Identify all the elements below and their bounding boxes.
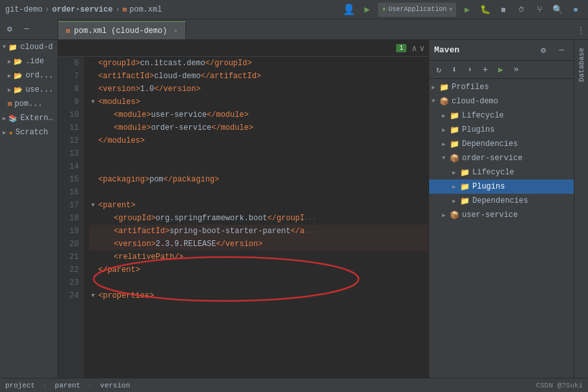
tree-arrow-user-service: ▶ — [442, 212, 450, 219]
breadcrumb-part3[interactable]: pom.xml — [129, 5, 162, 14]
code-line-13 — [89, 147, 428, 160]
fold-placeholder-23 — [89, 276, 97, 289]
code-line-20: <version>2.3.9.RELEASE</version> — [89, 238, 428, 251]
tree-item-dependencies-os[interactable]: ▶ 📁 Dependencies — [429, 194, 574, 208]
libs-icon: 📚 — [8, 114, 17, 123]
tree-item-lifecycle[interactable]: ▶ 📁 Lifecycle — [429, 108, 574, 123]
fold-placeholder-11 — [89, 121, 97, 134]
coverage-icon[interactable]: ▦ — [496, 3, 510, 17]
collapse-sidebar-icon[interactable]: — — [19, 22, 34, 36]
tree-label-lifecycle: Lifecycle — [462, 111, 504, 120]
vcs-icon[interactable]: ⑂ — [532, 3, 547, 17]
tree-item-plugins[interactable]: ▶ 📁 Plugins — [429, 123, 574, 137]
maven-refresh-btn[interactable]: ↻ — [432, 63, 446, 77]
code-line-23 — [89, 276, 428, 289]
run-icon[interactable]: ▶ — [360, 3, 374, 17]
tab-close-button[interactable]: ✕ — [174, 27, 178, 35]
code-lines[interactable]: <groupId>cn.itcast.demo</groupId> <artif… — [84, 57, 428, 378]
maven-collapse-icon[interactable]: — — [554, 43, 569, 57]
main-area: ▼ 📁 cloud-d ▶ 📂 .ide ▶ 📂 ord... ▶ 📂 use.… — [0, 40, 588, 378]
settings-gear-icon[interactable]: ⚙ — [3, 22, 17, 36]
ln-7: 7 — [58, 70, 79, 83]
settings-icon[interactable]: ● — [569, 3, 583, 17]
maven-download2-btn[interactable]: ⬇ — [463, 63, 477, 77]
code-line-10: <module>user-service</module> — [89, 108, 428, 121]
debug-run-btn[interactable]: ▶ — [460, 3, 474, 17]
sidebar-item-use[interactable]: ▶ 📂 use... — [0, 83, 58, 97]
status-project: project — [5, 382, 35, 389]
ln-14: 14 — [58, 160, 79, 173]
expand-icon[interactable]: ∧ — [412, 43, 417, 54]
code-line-6: <groupId>cn.itcast.demo</groupId> — [89, 57, 428, 70]
tab-menu-button[interactable]: ⋮ — [574, 21, 588, 39]
fold-placeholder-15 — [89, 173, 97, 186]
fold-arrow-9[interactable]: ▼ — [89, 96, 97, 108]
database-tab-label[interactable]: Database — [576, 45, 587, 85]
sidebar-arrow-use: ▶ — [8, 87, 11, 94]
tree-item-user-service[interactable]: ▶ 📦 user-service — [429, 208, 574, 222]
sidebar-item-ord[interactable]: ▶ 📂 ord... — [0, 68, 58, 83]
sidebar-label-cloud-d: cloud-d — [20, 43, 52, 52]
maven-more-btn[interactable]: » — [509, 63, 523, 77]
code-line-9: ▼ <modules> — [89, 96, 428, 108]
tab-file-icon: m — [66, 27, 70, 35]
fold-arrow-17[interactable]: ▼ — [89, 199, 97, 212]
fold-placeholder-10 — [89, 108, 97, 121]
breadcrumb-sep1: › — [45, 5, 50, 14]
maven-tree: ▶ 📁 Profiles ▼ 📦 cloud-demo ▶ 📁 Lifecycl… — [429, 79, 574, 378]
collapse-icon[interactable]: ∨ — [419, 43, 425, 54]
sidebar-item-pom[interactable]: m pom... — [0, 97, 58, 111]
app-selector[interactable]: ● UserApplication ▼ — [378, 3, 456, 17]
code-line-18: <groupId>org.springframework.boot</group… — [89, 212, 428, 225]
tree-item-profiles[interactable]: ▶ 📁 Profiles — [429, 80, 574, 94]
status-bar: project › parent › version CSDN @?Suki — [0, 378, 588, 392]
status-version: version — [100, 382, 130, 389]
tree-item-cloud-demo[interactable]: ▼ 📦 cloud-demo — [429, 94, 574, 108]
code-line-7: <artifactId>cloud-demo</artifactId> — [89, 70, 428, 83]
sidebar-label-extern: Extern... — [20, 114, 55, 123]
tab-bar: ⚙ — m pom.xml (cloud-demo) ✕ ⋮ — [0, 19, 588, 40]
ln-11: 11 — [58, 121, 79, 134]
bug-icon[interactable]: 🐛 — [478, 3, 492, 17]
profile-icon[interactable]: ⏱ — [514, 3, 529, 17]
tree-item-order-service[interactable]: ▼ 📦 order-service — [429, 151, 574, 165]
left-sidebar: ▼ 📁 cloud-d ▶ 📂 .ide ▶ 📂 ord... ▶ 📂 use.… — [0, 40, 58, 378]
breadcrumb-part2[interactable]: order-service — [52, 5, 113, 14]
sidebar-arrow-scratch: ▶ — [3, 129, 6, 136]
sidebar-label-ide: .ide — [25, 57, 44, 66]
fold-placeholder-16 — [89, 186, 97, 199]
sidebar-item-cloud-d[interactable]: ▼ 📁 cloud-d — [0, 40, 58, 54]
fold-placeholder-21 — [89, 251, 97, 263]
sidebar-label-scratch: Scratch — [16, 128, 48, 137]
maven-download-btn[interactable]: ⬇ — [447, 63, 461, 77]
sidebar-arrow-ord: ▶ — [8, 72, 11, 79]
pom-tab[interactable]: m pom.xml (cloud-demo) ✕ — [58, 21, 186, 39]
maven-settings-icon[interactable]: ⚙ — [536, 43, 551, 57]
folder-icon-dep-os: 📁 — [460, 196, 470, 206]
ln-12: 12 — [58, 134, 79, 147]
folder-icon-dep-cd: 📁 — [450, 139, 459, 149]
sidebar-label-ord: ord... — [25, 71, 53, 80]
maven-run-btn[interactable]: ▶ — [494, 63, 508, 77]
tree-item-dependencies-cd[interactable]: ▶ 📁 Dependencies — [429, 137, 574, 151]
tree-label-profiles: Profiles — [452, 83, 489, 92]
maven-panel: Maven ⚙ — ↻ ⬇ ⬇ + ▶ » ▶ 📁 Profiles ▼ 📦 c… — [428, 40, 574, 378]
maven-add-btn[interactable]: + — [478, 63, 492, 77]
search-icon[interactable]: 🔍 — [551, 3, 565, 17]
sidebar-label-pom: pom... — [15, 99, 43, 108]
tree-item-lifecycle-os[interactable]: ▶ 📁 Lifecycle — [429, 165, 574, 180]
sidebar-item-extern[interactable]: ▶ 📚 Extern... — [0, 111, 58, 125]
breadcrumb-part1[interactable]: git-demo — [5, 5, 43, 14]
folder-icon-plugins-os: 📁 — [460, 182, 470, 192]
tree-item-plugins-os[interactable]: ▶ 📁 Plugins — [429, 180, 574, 194]
tree-arrow-order-service: ▼ — [442, 155, 450, 161]
fold-placeholder-8 — [89, 83, 97, 96]
sidebar-item-scratch[interactable]: ▶ ✦ Scratch — [0, 125, 58, 139]
code-line-21: <relativePath/> — [89, 251, 428, 263]
folder-ide-icon: 📂 — [14, 57, 23, 66]
ln-15: 15 — [58, 173, 79, 186]
sidebar-item-ide[interactable]: ▶ 📂 .ide — [0, 54, 58, 68]
code-line-24: ▼ <properties> — [89, 289, 428, 302]
user-icon[interactable]: 👤 — [342, 3, 356, 17]
fold-arrow-24[interactable]: ▼ — [89, 289, 97, 302]
